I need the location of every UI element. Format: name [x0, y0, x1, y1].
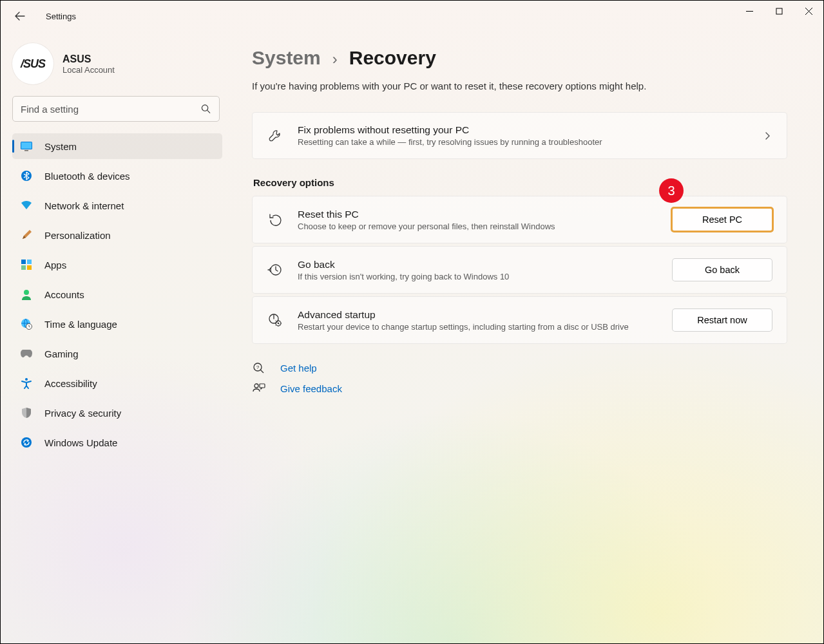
minimize-icon — [746, 8, 753, 15]
sidebar-item-label: Accessibility — [44, 378, 97, 389]
feedback-icon — [252, 383, 266, 394]
search-icon — [201, 104, 211, 114]
svg-rect-9 — [27, 265, 32, 270]
avatar-logo-text: /SUS — [21, 57, 45, 71]
globe-clock-icon — [20, 317, 33, 330]
fix-problems-card[interactable]: Fix problems without resetting your PC R… — [252, 112, 787, 159]
go-back-card: Go back If this version isn't working, t… — [252, 246, 787, 294]
sidebar-item-label: Time & language — [44, 319, 117, 330]
card-sub: Choose to keep or remove your personal f… — [298, 222, 658, 231]
shield-icon — [20, 406, 33, 419]
display-icon — [20, 140, 33, 153]
sidebar-item-label: Apps — [44, 260, 66, 270]
sidebar-item-label: System — [44, 141, 77, 152]
sidebar: /SUS ASUS Local Account System Bluetooth… — [1, 32, 231, 643]
titlebar: Settings — [1, 1, 823, 32]
wrench-icon — [267, 129, 283, 143]
user-card[interactable]: /SUS ASUS Local Account — [12, 43, 222, 84]
svg-rect-3 — [21, 142, 32, 149]
sidebar-item-accounts[interactable]: Accounts — [12, 281, 222, 307]
card-title: Reset this PC — [298, 209, 658, 220]
sidebar-item-gaming[interactable]: Gaming — [12, 341, 222, 366]
user-sub: Local Account — [62, 65, 115, 75]
sidebar-item-label: Network & internet — [44, 200, 124, 211]
svg-rect-0 — [776, 8, 782, 14]
maximize-icon — [776, 8, 783, 15]
reset-pc-card: 3 Reset this PC Choose to keep or remove… — [252, 196, 787, 243]
page-subtitle: If you're having problems with your PC o… — [252, 80, 787, 91]
svg-rect-4 — [24, 150, 28, 151]
window-controls — [734, 1, 823, 21]
apps-icon — [20, 258, 33, 271]
chevron-right-icon: › — [332, 50, 338, 68]
close-icon — [805, 8, 812, 15]
user-name: ASUS — [62, 53, 115, 65]
callout-badge: 3 — [659, 178, 684, 203]
card-title: Fix problems without resetting your PC — [298, 124, 748, 136]
svg-point-18 — [278, 323, 280, 325]
card-sub: Resetting can take a while — first, try … — [298, 137, 748, 147]
sidebar-item-system[interactable]: System — [12, 133, 222, 159]
breadcrumb: System › Recovery — [252, 47, 787, 69]
help-link-label: Get help — [280, 363, 317, 374]
sidebar-item-label: Personalization — [44, 230, 111, 241]
sidebar-item-bluetooth[interactable]: Bluetooth & devices — [12, 163, 222, 189]
help-icon: ? — [252, 362, 266, 374]
reset-pc-button[interactable]: Reset PC — [672, 208, 772, 231]
main-content: System › Recovery If you're having probl… — [231, 32, 823, 643]
search-input[interactable] — [12, 96, 220, 122]
app-title: Settings — [46, 12, 76, 21]
accessibility-icon — [20, 377, 33, 390]
arrow-left-icon — [15, 11, 25, 21]
callout-number: 3 — [667, 184, 675, 198]
history-icon — [267, 263, 283, 277]
svg-rect-8 — [21, 265, 26, 270]
sidebar-item-label: Privacy & security — [44, 408, 121, 419]
avatar: /SUS — [12, 43, 53, 84]
sidebar-item-accessibility[interactable]: Accessibility — [12, 370, 222, 396]
paintbrush-icon — [20, 229, 33, 242]
maximize-button[interactable] — [764, 1, 794, 21]
svg-point-1 — [202, 105, 207, 111]
give-feedback-link[interactable]: Give feedback — [252, 383, 787, 394]
breadcrumb-root[interactable]: System — [252, 47, 321, 69]
restart-now-button[interactable]: Restart now — [672, 308, 772, 332]
search-field[interactable] — [12, 96, 220, 122]
svg-rect-7 — [27, 260, 32, 264]
sidebar-item-apps[interactable]: Apps — [12, 252, 222, 278]
gamepad-icon — [20, 347, 33, 360]
sidebar-item-update[interactable]: Windows Update — [12, 430, 222, 455]
sidebar-item-label: Bluetooth & devices — [44, 171, 130, 182]
wifi-icon — [20, 199, 33, 212]
sidebar-item-network[interactable]: Network & internet — [12, 193, 222, 218]
svg-text:?: ? — [256, 365, 260, 370]
svg-point-10 — [24, 290, 29, 295]
advanced-startup-card: Advanced startup Restart your device to … — [252, 296, 787, 344]
chevron-right-icon — [762, 131, 772, 140]
svg-point-13 — [25, 378, 28, 381]
back-button[interactable] — [7, 3, 33, 29]
svg-point-21 — [254, 384, 258, 388]
update-icon — [20, 436, 33, 449]
card-title: Go back — [298, 259, 658, 270]
go-back-button[interactable]: Go back — [672, 258, 772, 281]
sidebar-item-label: Accounts — [44, 289, 84, 300]
svg-rect-22 — [260, 384, 265, 388]
page-title: Recovery — [349, 47, 436, 69]
sidebar-item-label: Windows Update — [44, 437, 117, 448]
bluetooth-icon — [20, 169, 33, 182]
power-gear-icon — [267, 312, 283, 328]
sidebar-item-time[interactable]: Time & language — [12, 311, 222, 337]
help-link-label: Give feedback — [280, 383, 342, 394]
card-title: Advanced startup — [298, 309, 658, 321]
svg-point-14 — [21, 437, 32, 448]
card-sub: Restart your device to change startup se… — [298, 322, 633, 332]
get-help-link[interactable]: ? Get help — [252, 362, 787, 374]
sidebar-item-privacy[interactable]: Privacy & security — [12, 400, 222, 426]
sidebar-item-personalization[interactable]: Personalization — [12, 222, 222, 248]
minimize-button[interactable] — [734, 1, 764, 21]
section-title: Recovery options — [253, 177, 787, 188]
help-links: ? Get help Give feedback — [252, 362, 787, 394]
close-button[interactable] — [794, 1, 823, 21]
person-icon — [20, 288, 33, 301]
